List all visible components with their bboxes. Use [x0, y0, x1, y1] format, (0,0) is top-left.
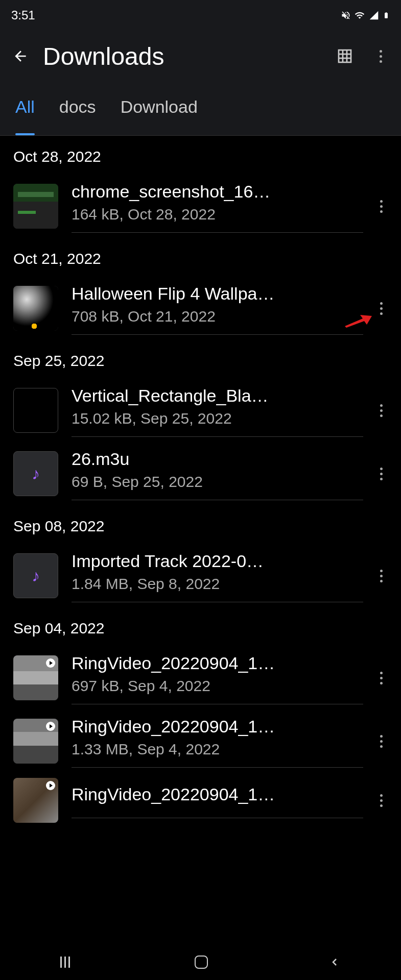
recents-icon: [60, 957, 75, 968]
file-name: Vertical_Rectangle_Bla…: [72, 386, 363, 406]
list-item[interactable]: chrome_screenshot_16… 164 kB, Oct 28, 20…: [0, 175, 401, 238]
list-item[interactable]: ♪ Imported Track 2022-0… 1.84 MB, Sep 8,…: [0, 544, 401, 607]
more-vert-icon: [380, 570, 383, 582]
arrow-left-icon: [12, 48, 29, 64]
play-icon: [46, 722, 55, 731]
app-bar: Downloads: [0, 31, 401, 82]
date-header: Sep 25, 2022: [0, 340, 401, 379]
status-time: 3:51: [11, 8, 35, 22]
item-more-button[interactable]: [368, 665, 394, 691]
svg-rect-0: [339, 50, 351, 62]
play-icon: [46, 781, 55, 790]
file-meta: 708 kB, Oct 21, 2022: [72, 308, 363, 325]
nav-home-button[interactable]: [195, 955, 208, 969]
item-more-button[interactable]: [368, 788, 394, 813]
file-name: Imported Track 2022-0…: [72, 551, 363, 571]
more-vert-icon: [380, 404, 383, 417]
music-note-icon: ♪: [32, 567, 40, 585]
status-bar: 3:51: [0, 0, 401, 31]
nav-back-button[interactable]: [328, 956, 341, 968]
more-options-button[interactable]: [370, 46, 391, 66]
date-header: Sep 08, 2022: [0, 505, 401, 544]
list-item[interactable]: RingVideo_20220904_1…: [0, 773, 401, 828]
date-header: Oct 21, 2022: [0, 238, 401, 277]
item-more-button[interactable]: [368, 193, 394, 219]
file-meta: 697 kB, Sep 4, 2022: [72, 677, 363, 695]
file-name: Halloween Flip 4 Wallpa…: [72, 284, 363, 304]
file-thumbnail: [13, 655, 58, 700]
tab-docs[interactable]: docs: [59, 97, 96, 125]
item-more-button[interactable]: [368, 563, 394, 589]
list-item[interactable]: RingVideo_20220904_1… 1.33 MB, Sep 4, 20…: [0, 709, 401, 773]
page-title: Downloads: [43, 42, 335, 70]
file-thumbnail: [13, 286, 58, 331]
file-thumbnail: [13, 778, 58, 823]
item-more-button[interactable]: [368, 461, 394, 486]
file-thumbnail: [13, 184, 58, 229]
more-vert-icon: [380, 672, 383, 684]
navigation-bar: [0, 944, 401, 980]
tab-all[interactable]: All: [15, 97, 35, 125]
status-icons: [341, 10, 390, 21]
item-more-button[interactable]: [368, 728, 394, 754]
file-thumbnail: ♪: [13, 553, 58, 598]
tab-download[interactable]: Download: [121, 97, 198, 125]
file-name: RingVideo_20220904_1…: [72, 653, 363, 673]
wifi-icon: [354, 10, 365, 20]
back-icon: [328, 956, 341, 968]
file-meta: 1.84 MB, Sep 8, 2022: [72, 575, 363, 593]
list-item[interactable]: Vertical_Rectangle_Bla… 15.02 kB, Sep 25…: [0, 379, 401, 442]
list-item[interactable]: Halloween Flip 4 Wallpa… 708 kB, Oct 21,…: [0, 277, 401, 340]
item-more-button[interactable]: [368, 296, 394, 321]
file-meta: 164 kB, Oct 28, 2022: [72, 206, 363, 223]
list-item[interactable]: RingVideo_20220904_1… 697 kB, Sep 4, 202…: [0, 646, 401, 709]
back-button[interactable]: [10, 46, 31, 66]
file-name: RingVideo_20220904_1…: [72, 785, 363, 804]
file-meta: 15.02 kB, Sep 25, 2022: [72, 410, 363, 427]
file-meta: 69 B, Sep 25, 2022: [72, 473, 363, 491]
tabs: All docs Download: [0, 82, 401, 136]
file-thumbnail: ♪: [13, 451, 58, 496]
more-vert-icon: [380, 735, 383, 748]
file-name: 26.m3u: [72, 449, 363, 469]
item-more-button[interactable]: [368, 398, 394, 423]
more-vert-icon: [380, 468, 383, 480]
view-grid-button[interactable]: [335, 46, 355, 66]
signal-icon: [368, 10, 380, 20]
file-name: chrome_screenshot_16…: [72, 182, 363, 202]
music-note-icon: ♪: [32, 464, 40, 483]
file-thumbnail: [13, 719, 58, 764]
date-header: Oct 28, 2022: [0, 136, 401, 175]
file-thumbnail: [13, 388, 58, 433]
date-header: Sep 04, 2022: [0, 607, 401, 646]
grid-icon: [337, 48, 353, 64]
more-vert-icon: [380, 794, 383, 807]
more-vert-icon: [380, 50, 382, 63]
more-vert-icon: [380, 302, 383, 315]
mute-icon: [341, 10, 351, 20]
more-vert-icon: [380, 200, 383, 213]
nav-recents-button[interactable]: [60, 957, 75, 968]
file-list[interactable]: Oct 28, 2022 chrome_screenshot_16… 164 k…: [0, 136, 401, 828]
home-icon: [195, 955, 208, 969]
play-icon: [46, 658, 55, 668]
battery-icon: [383, 10, 390, 21]
file-name: RingVideo_20220904_1…: [72, 717, 363, 737]
file-meta: 1.33 MB, Sep 4, 2022: [72, 741, 363, 758]
list-item[interactable]: ♪ 26.m3u 69 B, Sep 25, 2022: [0, 442, 401, 505]
